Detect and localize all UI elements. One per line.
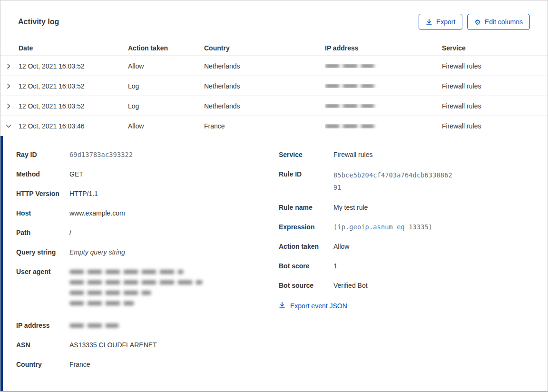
detail-field: MethodGET [16,169,279,180]
detail-field: Rule ID85bce5b204cf4703a764dcb633886291 [279,169,548,194]
detail-field-label: Ray ID [16,149,69,160]
row-action-taken: Log [128,102,204,110]
table-header: Date Action taken Country IP address Ser… [0,40,548,56]
detail-field: Expression(ip.geoip.asnum eq 13335) [279,222,548,233]
detail-field-label: Service [279,149,333,160]
detail-field-value: GET [69,169,83,180]
download-icon [279,302,285,310]
row-ip-address-redacted [325,84,442,88]
detail-field-value-redacted [69,266,203,312]
detail-field-label: Bot source [279,280,333,291]
row-date: 12 Oct, 2021 16:03:52 [19,102,128,110]
detail-field-value: Verified Bot [333,280,368,291]
redacted-text-blur [69,280,203,284]
row-ip-address-redacted [325,104,442,108]
row-date: 12 Oct, 2021 16:03:52 [19,62,128,70]
detail-field-value: France [69,359,90,370]
export-button-label: Export [436,18,455,26]
row-action-taken: Allow [128,122,204,130]
table-row[interactable]: 12 Oct, 2021 16:03:52 Log Netherlands Fi… [0,96,548,116]
detail-field: User agent [16,266,279,312]
detail-field-label: User agent [16,266,69,312]
column-header-ip-address: IP address [325,44,442,52]
gear-icon: ⚙ [474,19,480,26]
redacted-ip-blur [325,124,374,128]
detail-field: Path/ [16,227,279,238]
row-country: Netherlands [204,102,325,110]
row-date: 12 Oct, 2021 16:03:46 [19,122,128,130]
detail-left-column: Ray ID69d13783ac393322MethodGETHTTP Vers… [16,149,279,379]
expanded-event-detail-panel: Ray ID69d13783ac393322MethodGETHTTP Vers… [0,136,548,391]
detail-field-value: (ip.geoip.asnum eq 13335) [333,222,432,233]
detail-field-value: Firewall rules [333,149,372,160]
detail-field: HTTP VersionHTTP/1.1 [16,188,279,199]
detail-field-label: Host [16,208,69,219]
edit-columns-button-label: Edit columns [485,18,523,26]
detail-field-label: HTTP Version [16,188,69,199]
detail-field-label: Query string [16,247,69,258]
table-row[interactable]: 12 Oct, 2021 16:03:52 Log Netherlands Fi… [0,76,548,96]
row-ip-address-redacted [325,64,442,68]
redacted-text-blur [69,301,134,305]
detail-field-label: Rule name [279,202,333,213]
toolbar: Export ⚙ Edit columns [419,14,530,30]
detail-field: Hostwww.example.com [16,208,279,219]
detail-field: IP address [16,320,279,331]
detail-field-value: 69d13783ac393322 [69,149,133,160]
detail-field-value: HTTP/1.1 [69,188,98,199]
row-ip-address-redacted [325,124,442,128]
activity-log-header: Activity log Export ⚙ Edit columns [0,0,548,40]
detail-field: ServiceFirewall rules [279,149,548,160]
row-service: Firewall rules [442,62,548,70]
detail-field-value: 85bce5b204cf4703a764dcb633886291 [333,169,453,194]
detail-field-label: Expression [279,222,333,233]
column-header-country: Country [204,44,325,52]
page-title: Activity log [18,18,59,26]
row-country: Netherlands [204,82,325,90]
export-event-json-link[interactable]: Export event JSON [279,302,548,310]
detail-field: Action takenAllow [279,241,548,252]
row-action-taken: Log [128,82,204,90]
detail-field: Query stringEmpty query string [16,247,279,258]
detail-field: Rule nameMy test rule [279,202,548,213]
redacted-ip-blur [325,84,374,88]
detail-field-label: Bot score [279,261,333,272]
column-header-date: Date [19,44,128,52]
redacted-text-blur [69,270,184,274]
detail-right-column: ServiceFirewall rulesRule ID85bce5b204cf… [279,149,548,379]
export-button[interactable]: Export [419,14,462,30]
redacted-text-blur [69,291,151,295]
detail-field: ASNAS13335 CLOUDFLARENET [16,340,279,351]
detail-field-label: Country [16,359,69,370]
detail-field-label: Rule ID [279,169,333,194]
detail-field-value: / [69,227,71,238]
detail-field: Bot score1 [279,261,548,272]
detail-field: CountryFrance [16,359,279,370]
download-icon [426,19,432,26]
detail-field-value: AS13335 CLOUDFLARENET [69,340,157,351]
column-header-service: Service [442,44,548,52]
export-event-json-label: Export event JSON [290,302,347,310]
redacted-ip-blur [325,104,374,108]
detail-field-label: Method [16,169,69,180]
redacted-ip-blur [325,64,374,68]
detail-field-value: 1 [333,261,337,272]
column-header-action-taken: Action taken [128,44,204,52]
table-row[interactable]: 12 Oct, 2021 16:03:52 Allow Netherlands … [0,56,548,76]
table-row[interactable]: 12 Oct, 2021 16:03:46 Allow France Firew… [0,116,548,136]
detail-field-value: Empty query string [69,247,125,258]
row-country: Netherlands [204,62,325,70]
detail-field-label: IP address [16,320,69,331]
detail-field-label: Path [16,227,69,238]
detail-field: Bot sourceVerified Bot [279,280,548,291]
redacted-ip-blur [69,323,119,328]
detail-field-value: www.example.com [69,208,125,219]
detail-field-value-redacted [69,320,119,331]
row-service: Firewall rules [442,82,548,90]
row-service: Firewall rules [442,102,548,110]
detail-field-label: Action taken [279,241,333,252]
edit-columns-button[interactable]: ⚙ Edit columns [467,14,530,30]
row-expand-chevron-icon [0,123,19,129]
row-country: France [204,122,325,130]
detail-field-value: Allow [333,241,349,252]
